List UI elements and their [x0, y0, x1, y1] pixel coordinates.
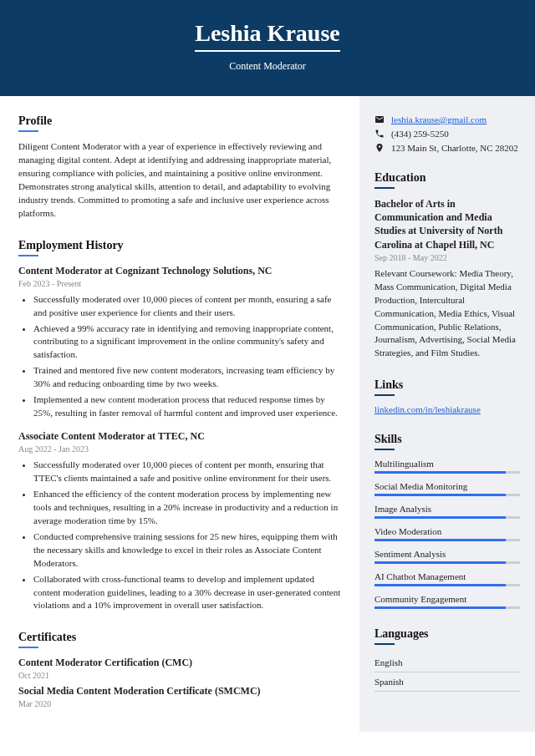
skill-item: AI Chatbot Management	[374, 571, 520, 586]
section-rule	[18, 647, 38, 648]
skill-name: Social Media Monitoring	[374, 481, 520, 491]
section-rule	[374, 394, 395, 396]
phone-row: (434) 259-5250	[374, 129, 520, 139]
job-dates: Feb 2023 - Present	[18, 279, 343, 288]
skill-item: Video Moderation	[374, 526, 520, 541]
education-heading: Education	[374, 171, 520, 185]
education-dates: Sep 2018 - May 2022	[374, 253, 520, 262]
full-name: Leshia Krause	[195, 20, 339, 52]
skill-name: Video Moderation	[374, 526, 520, 536]
skill-item: Social Media Monitoring	[374, 481, 520, 496]
job-bullet: Conducted comprehensive training session…	[33, 530, 343, 571]
skill-item: Multilingualism	[374, 459, 520, 474]
skill-bar	[374, 494, 520, 496]
job-bullets: Successfully moderated over 10,000 piece…	[18, 293, 343, 420]
skill-bar-fill	[374, 516, 506, 519]
skill-name: Image Analysis	[374, 504, 520, 514]
languages-heading: Languages	[374, 627, 520, 641]
job-bullet: Enhanced the efficiency of the content m…	[33, 488, 343, 528]
address-row: 123 Main St, Charlotte, NC 28202	[374, 143, 520, 153]
profile-section: Profile Diligent Content Moderator with …	[18, 114, 343, 221]
coursework-text: Relevant Coursework: Media Theory, Mass …	[374, 267, 520, 361]
skill-name: Multilingualism	[374, 459, 520, 469]
job-bullet: Successfully moderated over 10,000 piece…	[33, 459, 343, 485]
skill-bar-fill	[374, 539, 506, 541]
profile-heading: Profile	[18, 114, 343, 128]
phone-icon	[374, 129, 385, 139]
degree-title: Bachelor of Arts in Communication and Me…	[374, 197, 520, 251]
main-column: Profile Diligent Content Moderator with …	[0, 96, 359, 732]
certificate-date: Mar 2020	[18, 699, 343, 708]
language-item: Spanish	[374, 672, 520, 692]
links-section: Links linkedin.com/in/leshiakrause	[374, 378, 520, 414]
address-text: 123 Main St, Charlotte, NC 28202	[391, 143, 518, 153]
profile-text: Diligent Content Moderator with a year o…	[18, 140, 343, 221]
skill-item: Community Engagement	[374, 594, 520, 609]
certificate-date: Oct 2021	[18, 671, 343, 680]
job-dates: Aug 2022 - Jan 2023	[18, 444, 343, 454]
skill-name: AI Chatbot Management	[374, 571, 520, 581]
links-heading: Links	[374, 378, 520, 392]
job-bullet: Trained and mentored five new content mo…	[33, 364, 343, 391]
employment-section: Employment History Content Moderator at …	[18, 239, 343, 613]
job-entry: Associate Content Moderator at TTEC, NCA…	[18, 430, 343, 612]
skill-item: Sentiment Analysis	[374, 549, 520, 564]
email-icon	[374, 114, 385, 124]
skill-bar	[374, 516, 520, 519]
phone-text: (434) 259-5250	[391, 129, 449, 139]
employment-heading: Employment History	[18, 239, 343, 252]
location-icon	[374, 143, 385, 153]
job-entry: Content Moderator at Cognizant Technolog…	[18, 265, 343, 420]
job-title: Content Moderator at Cognizant Technolog…	[18, 265, 343, 277]
skill-bar-fill	[374, 584, 506, 586]
job-title: Associate Content Moderator at TTEC, NC	[18, 430, 343, 443]
skill-item: Image Analysis	[374, 504, 520, 519]
job-bullet: Implemented a new content moderation pro…	[33, 393, 343, 420]
section-rule	[374, 449, 395, 450]
job-title-header: Content Moderator	[17, 60, 518, 73]
email-link[interactable]: leshia.krause@gmail.com	[391, 114, 487, 124]
skill-bar-fill	[374, 494, 506, 496]
certificates-section: Certificates Content Moderator Certifica…	[18, 631, 343, 708]
job-bullets: Successfully moderated over 10,000 piece…	[18, 459, 343, 612]
section-rule	[18, 255, 38, 256]
skill-bar	[374, 471, 520, 474]
email-row: leshia.krause@gmail.com	[374, 114, 520, 124]
linkedin-link[interactable]: linkedin.com/in/leshiakrause	[374, 404, 481, 414]
skills-section: Skills MultilingualismSocial Media Monit…	[374, 433, 520, 609]
skill-bar	[374, 539, 520, 541]
section-rule	[18, 130, 38, 132]
sidebar-column: leshia.krause@gmail.com (434) 259-5250 1…	[359, 96, 535, 732]
skill-name: Sentiment Analysis	[374, 549, 520, 559]
job-bullet: Successfully moderated over 10,000 piece…	[33, 293, 343, 320]
skill-bar	[374, 561, 520, 564]
skill-bar	[374, 606, 520, 609]
job-bullet: Collaborated with cross-functional teams…	[33, 573, 343, 613]
resume-body: Profile Diligent Content Moderator with …	[0, 96, 535, 732]
skill-bar-fill	[374, 606, 506, 609]
education-section: Education Bachelor of Arts in Communicat…	[374, 171, 520, 360]
resume-header: Leshia Krause Content Moderator	[0, 0, 535, 96]
job-bullet: Achieved a 99% accuracy rate in identify…	[33, 322, 343, 363]
languages-section: Languages EnglishSpanish	[374, 627, 520, 692]
skill-bar-fill	[374, 561, 506, 564]
certificate-title: Social Media Content Moderation Certific…	[18, 685, 343, 698]
skill-bar	[374, 584, 520, 586]
contact-section: leshia.krause@gmail.com (434) 259-5250 1…	[374, 114, 520, 153]
section-rule	[374, 187, 395, 189]
skills-heading: Skills	[374, 433, 520, 446]
certificate-title: Content Moderator Certification (CMC)	[18, 657, 343, 669]
language-item: English	[374, 653, 520, 672]
skill-name: Community Engagement	[374, 594, 520, 604]
certificates-heading: Certificates	[18, 631, 343, 644]
section-rule	[374, 643, 395, 645]
skill-bar-fill	[374, 471, 506, 474]
